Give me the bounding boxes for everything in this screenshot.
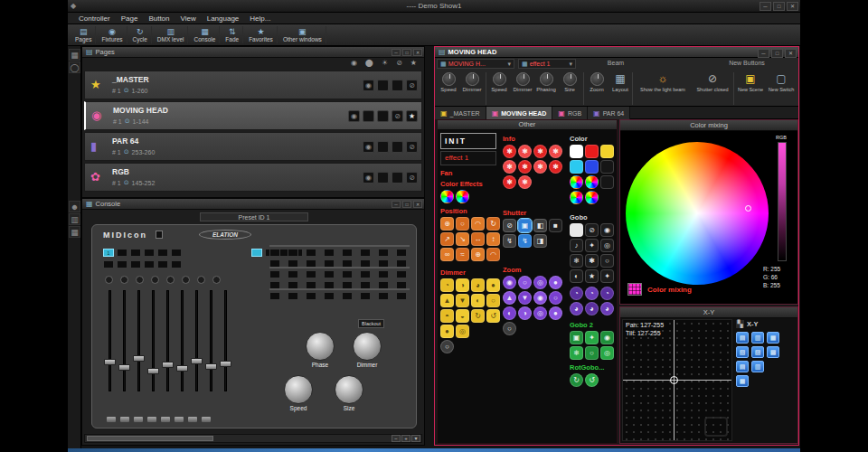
fader-handle[interactable] [147, 368, 159, 374]
no-circle-button[interactable]: ⊘ [406, 80, 418, 91]
rotgobo-button[interactable]: ↻ [570, 373, 583, 387]
console-grid-button[interactable] [269, 292, 280, 300]
dimmer-button[interactable]: ◒ [456, 309, 469, 323]
fader-handle[interactable] [118, 364, 130, 371]
console-button[interactable] [130, 260, 141, 268]
color-effects-button[interactable] [456, 190, 469, 203]
page-row-moving-head[interactable]: ◉MOVING HEAD# 1⊙1-144◉⊘★ [84, 101, 422, 130]
console-grid-button[interactable] [396, 292, 407, 300]
close-button[interactable]: ✕ [787, 2, 798, 11]
console-grid-button[interactable] [360, 292, 371, 300]
color-selection-marker[interactable] [745, 205, 751, 212]
strip-console-icon-2[interactable]: ▦ [69, 226, 80, 238]
zoom-button[interactable]: ◑ [518, 306, 532, 320]
zoom-button[interactable]: ○ [503, 322, 516, 335]
tab-par-64[interactable]: ▣PAR 64 [588, 107, 630, 119]
dimmer-button[interactable]: ○ [440, 340, 454, 353]
color-wheel[interactable] [626, 142, 769, 285]
color-mixing-swatch[interactable] [627, 283, 642, 296]
gobo-2-button[interactable]: ✦ [585, 331, 599, 344]
square-button[interactable] [392, 172, 403, 184]
color-button[interactable] [600, 175, 614, 189]
shutter-button[interactable]: ▣ [518, 219, 532, 232]
knob-size[interactable] [335, 375, 363, 404]
mini-fader[interactable] [134, 417, 143, 422]
page-row-rgb[interactable]: ✿RGB# 1⊙145-252◉⊘ [84, 163, 422, 192]
dimmer-button[interactable]: ↻ [471, 309, 485, 323]
info-button[interactable]: ✱ [518, 175, 532, 189]
console-grid-button[interactable] [306, 249, 316, 257]
gobo-button[interactable]: ◉ [600, 223, 614, 237]
console-grid-button[interactable] [378, 249, 389, 257]
dimmer-button[interactable]: ◓ [440, 309, 454, 323]
info-button[interactable]: ✱ [533, 160, 547, 174]
color-button[interactable] [585, 191, 599, 204]
mini-fader[interactable] [107, 417, 116, 422]
dimmer-button[interactable]: ● [440, 325, 454, 338]
knob-size[interactable]: Size [558, 72, 581, 92]
shutter-button[interactable]: ■ [549, 219, 562, 232]
mini-fader[interactable] [188, 417, 197, 422]
menu-language[interactable]: Language [202, 14, 245, 23]
zoom-button[interactable]: ● [549, 306, 562, 320]
zoom-button[interactable]: ● [549, 276, 562, 289]
rotation-button[interactable]: ◔ [600, 287, 614, 300]
shutter-button[interactable]: ↯ [518, 234, 532, 248]
console-button[interactable] [117, 260, 127, 268]
mini-fader[interactable] [175, 417, 184, 422]
gobo-button[interactable]: ✱ [585, 254, 599, 268]
gobo-button[interactable]: ✦ [600, 269, 614, 283]
menu-controller[interactable]: Controller [73, 14, 116, 23]
page-row-par-64[interactable]: ▮PAR 64# 1⊙253-260◉⊘ [84, 132, 422, 161]
minimize-button[interactable]: ─ [758, 49, 769, 58]
console-grid-button[interactable] [306, 270, 316, 278]
dimmer-button[interactable]: ◕ [471, 278, 485, 292]
gobo-2-button[interactable]: ◉ [600, 331, 614, 344]
square-button[interactable] [363, 110, 374, 122]
color-button[interactable] [570, 191, 583, 204]
color-button[interactable] [585, 145, 599, 158]
gobo-button[interactable]: ○ [600, 254, 614, 268]
xy-preset-button[interactable]: ▥ [751, 361, 764, 372]
title-bar[interactable]: ◆ ---- Demo Show1 ─□✕ [68, 0, 800, 13]
close-button[interactable]: ✕ [785, 49, 797, 58]
xy-preset-button[interactable]: ▩ [767, 346, 779, 358]
small-knob[interactable] [166, 276, 175, 284]
position-button[interactable]: ∞ [440, 248, 454, 261]
tab-moving-head[interactable]: ▣MOVING HEAD [486, 107, 553, 119]
position-button[interactable]: ↕ [486, 232, 500, 246]
xy-preset-button[interactable]: ▦ [736, 375, 749, 387]
no-circle-button[interactable]: ⊘ [406, 141, 418, 153]
strip-console-icon-1[interactable]: ▥ [69, 213, 80, 225]
console-grid-button[interactable] [342, 292, 353, 300]
knob-speed[interactable]: Speed [437, 72, 460, 92]
position-button[interactable]: ↗ [440, 232, 454, 246]
dimmer-button[interactable]: ↺ [486, 309, 500, 323]
console-grid-button[interactable] [288, 292, 298, 300]
zoom-in-button[interactable]: + [401, 435, 410, 442]
zoom-button[interactable]: ▲ [503, 291, 516, 305]
position-button[interactable]: ↘ [456, 232, 469, 246]
color-button[interactable] [570, 175, 583, 189]
knob-phase[interactable] [306, 332, 335, 361]
gobo-button[interactable]: ✦ [585, 239, 599, 252]
fader-handle[interactable] [176, 365, 188, 372]
small-knob[interactable] [212, 276, 221, 284]
info-button[interactable]: ✱ [518, 160, 532, 174]
gobo-2-button[interactable]: ◎ [600, 346, 614, 360]
color-button[interactable] [600, 145, 614, 158]
console-scrollbar[interactable]: − + ▾ [84, 434, 422, 443]
info-button[interactable]: ✱ [503, 175, 516, 189]
strip-console-icon-0[interactable]: ☻ [69, 201, 80, 212]
eye-button[interactable]: ◉ [348, 110, 360, 122]
fader-handle[interactable] [191, 358, 203, 364]
gobo-button[interactable]: ◐ [570, 269, 583, 283]
console-grid-button[interactable] [269, 270, 280, 278]
position-marker[interactable] [670, 376, 678, 384]
eye-button[interactable]: ◉ [363, 172, 374, 184]
xy-preset-button[interactable]: ▨ [751, 346, 764, 358]
square-button[interactable] [377, 80, 389, 91]
position-button[interactable]: ≈ [456, 248, 469, 261]
console-grid-button[interactable] [269, 249, 280, 257]
toolbar-fade[interactable]: ⇅Fade [222, 26, 243, 43]
